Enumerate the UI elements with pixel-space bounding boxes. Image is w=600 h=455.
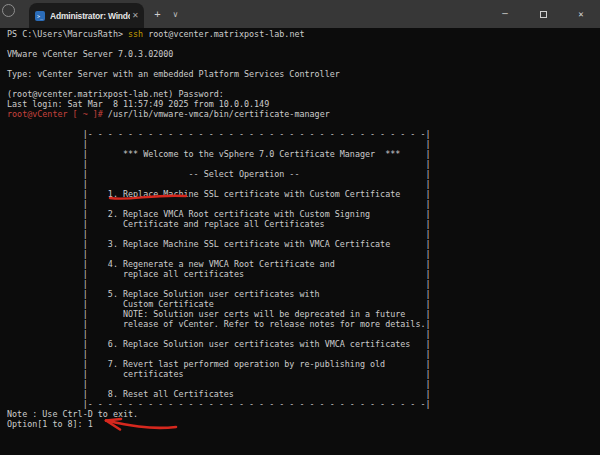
terminal-line bbox=[7, 59, 600, 69]
terminal-line: | | bbox=[7, 279, 600, 289]
terminal-output: PS C:\Users\MarcusRath> ssh root@vcenter… bbox=[7, 29, 600, 429]
terminal-line: | | bbox=[7, 199, 600, 209]
terminal-line: | 4. Regenerate a new VMCA Root Certific… bbox=[7, 259, 600, 269]
terminal-line: | Certificate and replace all Certificat… bbox=[7, 219, 600, 229]
terminal-line: | *** Welcome to the vSphere 7.0 Certifi… bbox=[7, 149, 600, 159]
minimize-button[interactable]: ─ bbox=[486, 0, 524, 28]
terminal-line: | 6. Replace Solution user certificates … bbox=[7, 339, 600, 349]
tab-powershell[interactable]: >_ Administrator: Windows Pow ✕ bbox=[29, 3, 144, 28]
maximize-button[interactable] bbox=[524, 0, 562, 28]
terminal-line: | | bbox=[7, 249, 600, 259]
tab-close-icon[interactable]: ✕ bbox=[132, 11, 139, 20]
recording-circle-icon bbox=[2, 4, 15, 17]
tab-dropdown-button[interactable]: ∨ bbox=[167, 5, 184, 23]
terminal-line: Last login: Sat Mar 8 11:57:49 2025 from… bbox=[7, 99, 600, 109]
terminal-line: | Custom Certificate | bbox=[7, 299, 600, 309]
terminal-line bbox=[7, 79, 600, 89]
terminal-window: >_ Administrator: Windows Pow ✕ + ∨ ─ ✕ … bbox=[0, 0, 600, 455]
terminal-line bbox=[7, 119, 600, 129]
terminal-line: Option[1 to 8]: 1 bbox=[7, 419, 600, 429]
powershell-icon: >_ bbox=[35, 11, 45, 21]
tab-title: Administrator: Windows Pow bbox=[50, 11, 130, 21]
terminal-line: | 2. Replace VMCA Root certificate with … bbox=[7, 209, 600, 219]
titlebar: >_ Administrator: Windows Pow ✕ + ∨ ─ ✕ bbox=[0, 0, 600, 28]
terminal-line: root@vCenter [ ~ ]# /usr/lib/vmware-vmca… bbox=[7, 109, 600, 119]
terminal-line: | | bbox=[7, 139, 600, 149]
terminal-line: | 3. Replace Machine SSL certificate wit… bbox=[7, 239, 600, 249]
terminal-line: | NOTE: Solution user certs will be depr… bbox=[7, 309, 600, 319]
terminal-line: | 7. Revert last performed operation by … bbox=[7, 359, 600, 369]
terminal-line: |- - - - - - - - - - - - - - - - - - - -… bbox=[7, 129, 600, 139]
close-button[interactable]: ✕ bbox=[562, 0, 600, 28]
terminal-line: | | bbox=[7, 229, 600, 239]
terminal-line: Type: vCenter Server with an embedded Pl… bbox=[7, 69, 600, 79]
terminal-line: | certificates | bbox=[7, 369, 600, 379]
terminal-line: | release of vCenter. Refer to release n… bbox=[7, 319, 600, 329]
terminal-line: VMware vCenter Server 7.0.3.02000 bbox=[7, 49, 600, 59]
terminal-line: | | bbox=[7, 179, 600, 189]
terminal-line: | replace all certificates | bbox=[7, 269, 600, 279]
terminal-line: | | bbox=[7, 379, 600, 389]
new-tab-button[interactable]: + bbox=[149, 5, 166, 23]
terminal-line: | | bbox=[7, 349, 600, 359]
terminal-line: | 8. Reset all Certificates | bbox=[7, 389, 600, 399]
window-controls: ─ ✕ bbox=[486, 0, 600, 28]
terminal-line: | 5. Replace Solution user certificates … bbox=[7, 289, 600, 299]
terminal-viewport[interactable]: PS C:\Users\MarcusRath> ssh root@vcenter… bbox=[0, 28, 600, 455]
maximize-icon bbox=[540, 11, 547, 18]
terminal-line: | 1. Replace Machine SSL certificate wit… bbox=[7, 189, 600, 199]
terminal-line bbox=[7, 39, 600, 49]
terminal-line: (root@vcenter.matrixpost-lab.net) Passwo… bbox=[7, 89, 600, 99]
terminal-line: | -- Select Operation -- | bbox=[7, 169, 600, 179]
terminal-line: |- - - - - - - - - - - - - - - - - - - -… bbox=[7, 399, 600, 409]
terminal-line: PS C:\Users\MarcusRath> ssh root@vcenter… bbox=[7, 29, 600, 39]
terminal-line: Note : Use Ctrl-D to exit. bbox=[7, 409, 600, 419]
terminal-line: | | bbox=[7, 159, 600, 169]
terminal-line: | | bbox=[7, 329, 600, 339]
